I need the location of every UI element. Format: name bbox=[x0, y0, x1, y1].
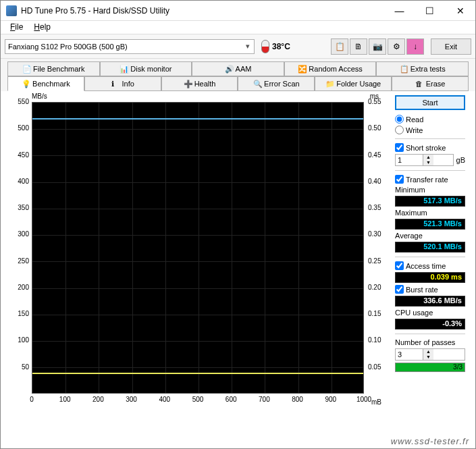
access-time-value: 0.039 ms bbox=[395, 272, 465, 283]
y-tick-left: 200 bbox=[9, 284, 29, 291]
passes-progress: 3/3 bbox=[395, 363, 465, 372]
watermark: www.ssd-tester.fr bbox=[391, 436, 469, 446]
tab-aam[interactable]: 🔊AAM bbox=[192, 61, 284, 76]
write-label: Write bbox=[406, 126, 423, 134]
tab-erase[interactable]: 🗑Erase bbox=[392, 76, 469, 91]
y-tick-right: 0.45 bbox=[368, 151, 381, 159]
x-tick: 700 bbox=[254, 396, 274, 403]
app-icon bbox=[6, 5, 17, 16]
tab-benchmark[interactable]: 💡Benchmark bbox=[7, 76, 84, 91]
y-tick-right: 0.20 bbox=[368, 284, 381, 291]
menu-help[interactable]: Help bbox=[28, 21, 56, 34]
short-stroke-spinner[interactable]: ▲▼ bbox=[395, 154, 454, 166]
x-tick: 600 bbox=[221, 396, 241, 403]
passes-label: Number of passes bbox=[395, 338, 465, 346]
close-button[interactable]: ✕ bbox=[445, 1, 475, 21]
access-time-line bbox=[32, 373, 363, 374]
disk-monitor-icon: 📊 bbox=[120, 65, 128, 73]
transfer-rate-label: Transfer rate bbox=[406, 176, 448, 184]
transfer-rate-checkbox[interactable] bbox=[395, 175, 404, 184]
x-tick: 900 bbox=[321, 396, 341, 403]
minimize-button[interactable]: — bbox=[384, 1, 415, 21]
thermometer-icon bbox=[261, 40, 269, 53]
chart-area: MB/s ms 50100150200250300350400450500550… bbox=[7, 95, 391, 406]
tab-random-access[interactable]: 🔀Random Access bbox=[284, 61, 377, 76]
random-access-icon: 🔀 bbox=[298, 65, 306, 73]
y-tick-left: 100 bbox=[9, 336, 29, 344]
passes-up[interactable]: ▲ bbox=[423, 349, 433, 354]
info-icon: ℹ bbox=[111, 80, 120, 88]
spinner-down[interactable]: ▼ bbox=[423, 160, 433, 165]
access-time-checkbox[interactable] bbox=[395, 261, 404, 270]
minimum-value: 517.3 MB/s bbox=[395, 196, 465, 207]
temperature-display: 38°C bbox=[261, 40, 290, 53]
y-tick-right: 0.10 bbox=[368, 336, 381, 344]
y-tick-right: 0.30 bbox=[368, 230, 381, 238]
maximum-label: Maximum bbox=[395, 209, 465, 217]
y-tick-left: 450 bbox=[9, 151, 29, 159]
tab-extra-tests[interactable]: 📋Extra tests bbox=[376, 61, 469, 76]
tabs-row-top: 📄File Benchmark 📊Disk monitor 🔊AAM 🔀Rand… bbox=[1, 59, 475, 76]
transfer-rate-line bbox=[32, 118, 363, 120]
access-time-label: Access time bbox=[406, 262, 446, 270]
extra-tests-icon: 📋 bbox=[400, 65, 408, 73]
x-tick: 500 bbox=[188, 396, 208, 403]
tab-info[interactable]: ℹInfo bbox=[84, 76, 161, 91]
erase-icon: 🗑 bbox=[415, 80, 423, 88]
write-radio[interactable] bbox=[395, 126, 404, 134]
passes-down[interactable]: ▼ bbox=[423, 354, 433, 360]
side-panel: Start Read Write Short stroke ▲▼ gB Tran… bbox=[395, 95, 465, 442]
y-tick-right: 0.50 bbox=[368, 124, 381, 132]
tabs-row-bottom: 💡Benchmark ℹInfo ➕Health 🔍Error Scan 📁Fo… bbox=[1, 76, 475, 91]
passes-spinner[interactable]: ▲▼ bbox=[395, 348, 465, 361]
burst-rate-value: 336.6 MB/s bbox=[395, 296, 465, 307]
x-tick: 100 bbox=[55, 396, 75, 403]
x-tick: 300 bbox=[122, 396, 142, 403]
window-title: HD Tune Pro 5.75 - Hard Disk/SSD Utility bbox=[21, 6, 384, 16]
error-scan-icon: 🔍 bbox=[253, 80, 261, 88]
start-button[interactable]: Start bbox=[395, 95, 465, 110]
menu-file[interactable]: File bbox=[5, 21, 28, 34]
tab-folder-usage[interactable]: 📁Folder Usage bbox=[315, 76, 392, 91]
short-stroke-checkbox[interactable] bbox=[395, 143, 404, 152]
copy-info-button[interactable]: 📋 bbox=[331, 38, 348, 55]
burst-rate-label: Burst rate bbox=[406, 286, 438, 294]
y-tick-left: 400 bbox=[9, 178, 29, 185]
benchmark-chart bbox=[32, 102, 364, 394]
health-icon: ➕ bbox=[184, 80, 192, 88]
tab-error-scan[interactable]: 🔍Error Scan bbox=[238, 76, 315, 91]
copy-screenshot-button[interactable]: 🗎 bbox=[350, 38, 367, 55]
y-tick-left: 50 bbox=[9, 363, 29, 371]
cpu-usage-label: CPU usage bbox=[395, 309, 465, 317]
maximize-button[interactable]: ☐ bbox=[415, 1, 445, 21]
y-tick-left: 550 bbox=[9, 98, 29, 105]
save-button[interactable]: ↓ bbox=[406, 38, 424, 55]
menubar: File Help bbox=[1, 21, 475, 34]
aam-icon: 🔊 bbox=[225, 65, 233, 73]
settings-button[interactable]: ⚙ bbox=[388, 38, 405, 55]
x-axis-label: mB bbox=[371, 398, 381, 406]
toolbar: Fanxiang S102 Pro 500GB (500 gB) 38°C 📋 … bbox=[1, 34, 475, 59]
spinner-up[interactable]: ▲ bbox=[423, 155, 433, 160]
tab-disk-monitor[interactable]: 📊Disk monitor bbox=[100, 61, 192, 76]
read-radio[interactable] bbox=[395, 115, 404, 124]
tab-health[interactable]: ➕Health bbox=[161, 76, 238, 91]
tab-file-benchmark[interactable]: 📄File Benchmark bbox=[7, 61, 100, 76]
folder-usage-icon: 📁 bbox=[325, 80, 334, 88]
y-tick-right: 0.55 bbox=[368, 98, 381, 105]
y-tick-right: 0.40 bbox=[368, 178, 381, 185]
drive-select[interactable]: Fanxiang S102 Pro 500GB (500 gB) bbox=[5, 39, 255, 54]
gb-label: gB bbox=[456, 156, 465, 164]
burst-rate-checkbox[interactable] bbox=[395, 285, 404, 294]
y-tick-left: 250 bbox=[9, 257, 29, 265]
exit-button[interactable]: Exit bbox=[431, 38, 471, 55]
benchmark-icon: 💡 bbox=[22, 80, 30, 88]
short-stroke-label: Short stroke bbox=[406, 144, 446, 152]
passes-input[interactable] bbox=[396, 349, 423, 360]
average-value: 520.1 MB/s bbox=[395, 242, 465, 253]
y-tick-left: 350 bbox=[9, 204, 29, 211]
short-stroke-input[interactable] bbox=[396, 155, 423, 165]
temperature-value: 38°C bbox=[272, 42, 290, 51]
screenshot-button[interactable]: 📷 bbox=[369, 38, 386, 55]
drive-select-value: Fanxiang S102 Pro 500GB (500 gB) bbox=[8, 43, 128, 51]
